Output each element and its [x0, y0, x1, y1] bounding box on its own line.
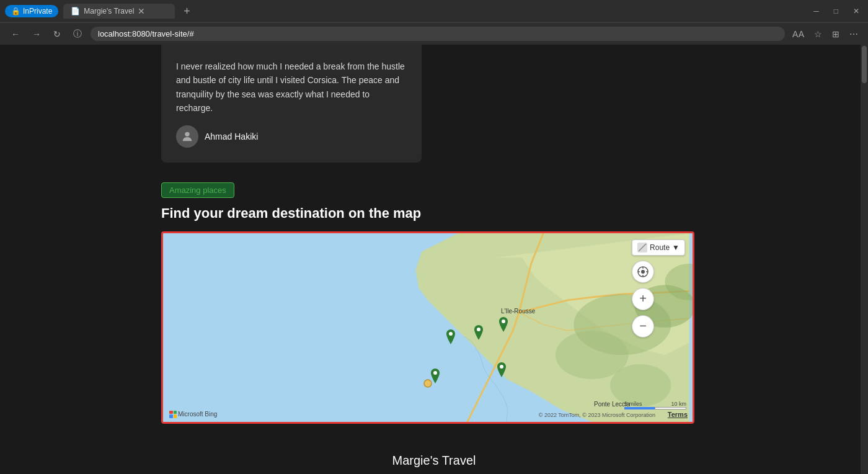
page-content: I never realized how much I needed a bre… — [0, 45, 868, 474]
author-name: Ahmad Hakiki — [205, 132, 258, 141]
map-copyright: © 2022 TomTom, © 2023 Microsoft Corporat… — [539, 412, 655, 418]
new-tab-button[interactable]: + — [180, 5, 194, 18]
active-tab[interactable]: 📄 Margie's Travel ✕ — [63, 4, 175, 19]
testimonial-text: I never realized how much I needed a bre… — [176, 60, 407, 115]
avatar — [176, 125, 198, 148]
bing-logo: Microsoft Bing — [169, 411, 217, 418]
svg-point-0 — [185, 132, 189, 136]
toolbar-icons: A A ☆ ⊞ ⋯ — [790, 28, 861, 40]
map-controls: Route ▼ + − — [632, 239, 685, 338]
bing-sq-red — [169, 411, 173, 414]
scale-bar-line — [624, 407, 686, 409]
plus-icon: + — [639, 292, 647, 306]
inprivate-icon: 🔒 — [11, 7, 20, 16]
route-dropdown-icon: ▼ — [672, 243, 680, 252]
forward-button[interactable]: → — [29, 28, 45, 40]
refresh-button[interactable]: ↻ — [50, 28, 64, 40]
bing-sq-yellow — [174, 414, 177, 418]
testimonial-author: Ahmad Hakiki — [176, 125, 407, 148]
maximize-button[interactable]: □ — [830, 6, 842, 17]
info-icon[interactable]: ⓘ — [69, 27, 86, 41]
svg-point-8 — [477, 328, 480, 331]
minimize-button[interactable]: ─ — [810, 6, 823, 17]
bing-squares — [169, 411, 177, 418]
favorites-icon[interactable]: ☆ — [812, 28, 825, 40]
address-bar: ← → ↻ ⓘ A A ☆ ⊞ ⋯ — [0, 22, 868, 45]
svg-point-7 — [449, 332, 453, 336]
bing-sq-green — [174, 411, 177, 414]
map-attribution: Microsoft Bing — [169, 411, 217, 418]
title-bar: 🔒 InPrivate 📄 Margie's Travel ✕ + ─ □ ✕ — [0, 0, 868, 22]
url-input[interactable] — [91, 27, 785, 41]
map-location-label-1: L'Ile-Rousse — [501, 308, 535, 315]
title-bar-right: ─ □ ✕ — [810, 6, 863, 17]
section-title: Find your dream destination on the map — [161, 205, 707, 221]
svg-point-11 — [500, 365, 503, 369]
scale-blue-seg — [624, 407, 655, 409]
locate-me-button[interactable] — [632, 261, 654, 283]
map-pin-6 — [423, 379, 432, 388]
minus-icon: − — [639, 319, 647, 333]
inprivate-label: InPrivate — [23, 7, 52, 16]
locate-icon — [637, 266, 649, 278]
title-bar-left: 🔒 InPrivate 📄 Margie's Travel ✕ + — [5, 4, 194, 19]
map-pin-2 — [473, 325, 484, 340]
reader-mode-icon[interactable]: A A — [790, 28, 807, 40]
svg-point-16 — [641, 270, 645, 274]
page-scrollbar[interactable] — [861, 45, 868, 474]
tab-icon: 📄 — [71, 7, 80, 16]
zoom-out-button[interactable]: − — [632, 315, 654, 338]
bing-sq-blue — [169, 414, 173, 418]
map-svg — [163, 233, 693, 422]
footer-brand: Margie's Travel — [161, 444, 707, 474]
tab-close-button[interactable]: ✕ — [138, 6, 145, 16]
svg-point-10 — [433, 371, 437, 375]
inprivate-badge[interactable]: 🔒 InPrivate — [5, 5, 58, 17]
scale-km-label: 10 km — [671, 401, 686, 407]
menu-icon[interactable]: ⋯ — [847, 28, 861, 40]
close-button[interactable]: ✕ — [849, 6, 863, 17]
scale-white-seg — [655, 407, 686, 409]
scrollbar-thumb[interactable] — [862, 46, 867, 83]
map-container[interactable]: L'Ile-Rousse Ponte Leccia — [161, 231, 694, 424]
testimonial-card: I never realized how much I needed a bre… — [161, 45, 422, 163]
svg-point-12 — [424, 380, 432, 387]
amazing-places-section: Amazing places Find your dream destinati… — [161, 163, 707, 424]
browser-chrome: 🔒 InPrivate 📄 Margie's Travel ✕ + ─ □ ✕ … — [0, 0, 868, 45]
map-pin-5 — [496, 362, 507, 377]
section-badge: Amazing places — [161, 182, 234, 198]
map-scale: 5 miles 10 km — [624, 401, 686, 409]
zoom-in-button[interactable]: + — [632, 288, 654, 310]
route-button[interactable]: Route ▼ — [632, 239, 685, 256]
map-terms-link[interactable]: Terms — [668, 411, 688, 418]
svg-point-9 — [502, 320, 505, 323]
bing-text: Microsoft Bing — [178, 411, 217, 418]
route-icon — [637, 243, 647, 253]
tab-title: Margie's Travel — [84, 7, 134, 16]
map-pin-3 — [498, 317, 509, 332]
map-pin-1 — [445, 329, 456, 344]
collections-icon[interactable]: ⊞ — [830, 28, 842, 40]
back-button[interactable]: ← — [7, 28, 24, 40]
scale-miles-label: 5 miles — [624, 401, 642, 407]
